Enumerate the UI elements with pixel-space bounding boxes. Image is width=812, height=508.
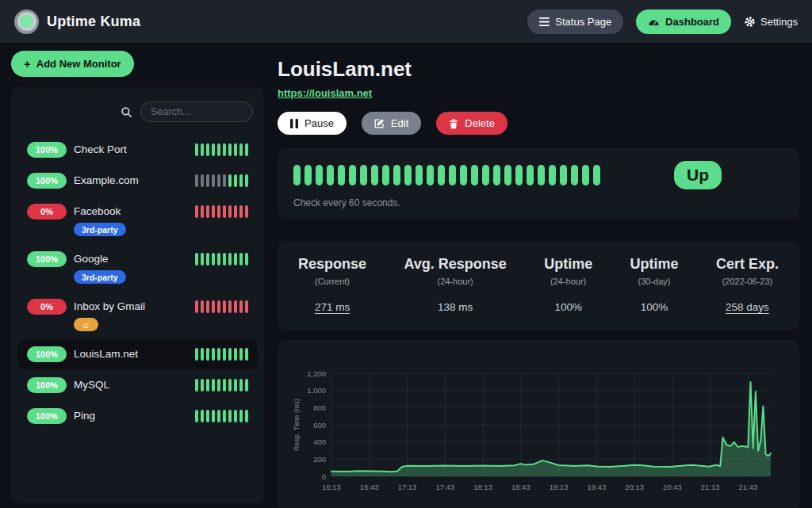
dashboard-label: Dashboard	[665, 16, 719, 28]
status-page-button[interactable]: Status Page	[527, 10, 623, 34]
monitor-list-item[interactable]: 100% Check Port	[17, 135, 258, 165]
settings-button[interactable]: Settings	[744, 16, 798, 28]
svg-text:200: 200	[313, 455, 326, 464]
heartbeat-bar	[527, 165, 534, 185]
stats-row: Response (Current) 271 ms Avg. Response …	[278, 241, 799, 330]
gear-icon	[744, 16, 756, 28]
heartbeat-bar	[460, 165, 467, 185]
monitor-tag: 3rd-party	[74, 270, 126, 284]
page-layout: + Add New Monitor 100% Check Port 100% E…	[0, 43, 812, 508]
monitor-list-item[interactable]: 100% Ping	[17, 401, 258, 431]
heartbeat-bar	[206, 205, 209, 218]
monitor-list-item[interactable]: 0% Inbox by Gmail ☺	[17, 292, 258, 338]
monitor-tag: 3rd-party	[74, 223, 126, 236]
heartbeat-bar	[234, 205, 237, 218]
svg-text:17:43: 17:43	[435, 483, 454, 491]
edit-button[interactable]: Edit	[362, 112, 421, 135]
heartbeat-bar	[195, 253, 198, 265]
heartbeat-bar	[201, 348, 204, 361]
uptime-percent-badge: 100%	[27, 377, 67, 393]
monitor-name: Google	[74, 251, 126, 267]
heartbeat-row	[293, 165, 600, 185]
heartbeat-bar	[206, 348, 209, 361]
heartbeat-bar	[234, 174, 237, 187]
monitor-name: Inbox by Gmail	[74, 299, 145, 315]
stat-item: Uptime (24-hour) 100%	[544, 256, 592, 313]
svg-text:16:43: 16:43	[360, 483, 379, 491]
monitor-list: 100% Check Port 100% Example.com 0% Face…	[17, 135, 258, 431]
heartbeat-bar	[293, 165, 301, 185]
stat-period: (2022-06-23)	[716, 277, 779, 286]
dashboard-button[interactable]: Dashboard	[636, 10, 731, 34]
heartbeat-bar	[206, 379, 209, 392]
monitor-list-item[interactable]: 0% Facebook 3rd-party	[17, 197, 258, 243]
heartbeat-bar	[593, 165, 600, 185]
delete-button[interactable]: Delete	[436, 112, 508, 135]
heartbeat-bar	[234, 410, 237, 422]
heartbeat-bar	[201, 379, 204, 392]
edit-label: Edit	[391, 117, 408, 129]
heartbeat-bar	[245, 205, 248, 218]
navbar: Uptime Kuma Status Page Dashboard Settin…	[0, 0, 812, 43]
search-input[interactable]	[140, 101, 253, 122]
heartbeat-bar	[234, 300, 237, 313]
monitor-name: Facebook	[74, 204, 126, 220]
heartbeat-bar	[217, 348, 220, 361]
page-title: LouisLam.net	[278, 57, 799, 82]
heartbeat-bar	[228, 143, 232, 156]
status-page-label: Status Page	[555, 16, 611, 28]
monitor-name: Check Port	[74, 142, 127, 158]
svg-text:1,200: 1,200	[307, 369, 326, 378]
heartbeat-bar	[195, 205, 198, 218]
monitor-url-link[interactable]: https://louislam.net	[278, 87, 372, 99]
heartbeat-bar	[245, 143, 248, 156]
heartbeat-bar	[404, 165, 412, 185]
stat-period: (24-hour)	[544, 277, 592, 286]
monitor-name: Ping	[74, 408, 95, 424]
heartbeat-bar	[228, 410, 232, 422]
heartbeat-bar	[493, 165, 500, 185]
svg-text:18:43: 18:43	[511, 483, 530, 491]
svg-text:17:13: 17:13	[398, 483, 417, 491]
svg-text:600: 600	[313, 421, 326, 430]
svg-text:800: 800	[313, 403, 326, 412]
add-monitor-label: Add New Monitor	[36, 58, 121, 70]
heartbeat-bar	[195, 379, 198, 392]
stat-value: 138 ms	[404, 301, 506, 313]
heartbeat-bar	[201, 205, 204, 218]
heartbeat-bar	[438, 165, 445, 185]
navbar-actions: Status Page Dashboard Settings	[527, 10, 798, 34]
heartbeat-bar	[195, 174, 198, 187]
heartbeat-bar	[223, 379, 226, 392]
heartbeat-bar	[245, 348, 248, 361]
heartbeat-bar	[195, 300, 198, 313]
brand-home-link[interactable]: Uptime Kuma	[14, 10, 140, 34]
add-new-monitor-button[interactable]: + Add New Monitor	[11, 51, 134, 77]
monitor-list-item[interactable]: 100% MySQL	[17, 370, 258, 400]
main-content: LouisLam.net https://louislam.net Pause …	[278, 51, 799, 508]
heartbeat-bar	[239, 205, 243, 218]
heartbeat-bar	[201, 300, 204, 313]
heartbeat-bar	[239, 253, 243, 265]
monitor-list-item[interactable]: 100% Example.com	[17, 166, 258, 196]
chart-card: 02004006008001,0001,20016:1316:4317:1317…	[278, 340, 799, 508]
stat-item: Response (Current) 271 ms	[298, 256, 366, 313]
stat-value: 271 ms	[298, 301, 366, 313]
svg-text:20:13: 20:13	[625, 483, 644, 491]
stat-item: Cert Exp. (2022-06-23) 258 days	[716, 256, 779, 313]
monitor-tags: 3rd-party	[74, 270, 126, 284]
heartbeat-bar	[382, 165, 389, 185]
uptime-percent-badge: 0%	[27, 299, 67, 315]
heartbeat-bar	[201, 143, 204, 156]
monitor-tags: ☺	[74, 318, 145, 331]
heartbeat-bar	[239, 174, 243, 187]
heartbeat-bar	[217, 174, 220, 187]
stat-label: Uptime	[544, 256, 592, 273]
heartbeat-bar	[217, 379, 220, 392]
heartbeat-bar	[212, 410, 215, 422]
monitor-list-item[interactable]: 100% Google 3rd-party	[17, 244, 258, 291]
heartbeat-bar	[571, 165, 578, 185]
monitor-list-item[interactable]: 100% LouisLam.net	[17, 339, 258, 369]
heartbeat-bar	[217, 205, 220, 218]
pause-button[interactable]: Pause	[278, 112, 347, 135]
